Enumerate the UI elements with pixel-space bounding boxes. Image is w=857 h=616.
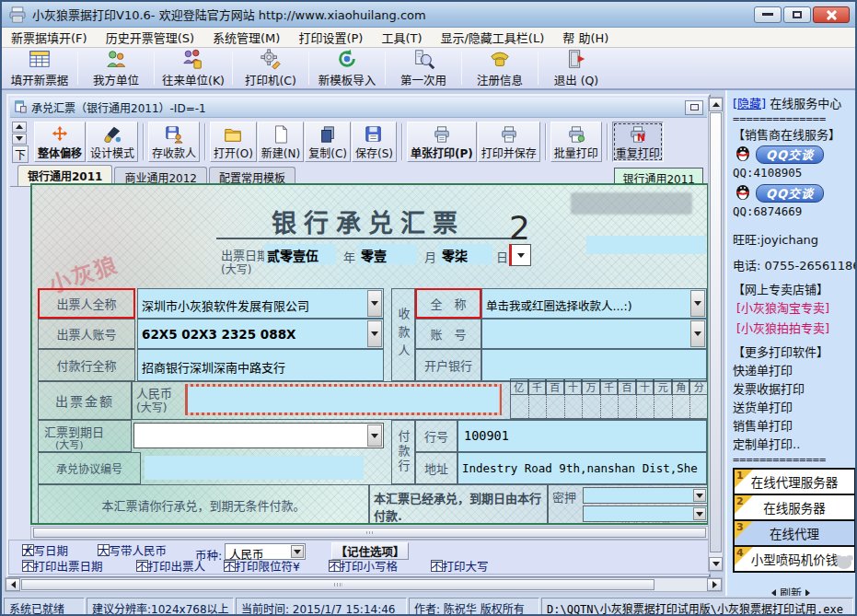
- toolbar-new-ticket-button[interactable]: 填开新票据: [4, 48, 75, 88]
- save-payee-button[interactable]: 存收款人: [148, 122, 200, 162]
- sales-print-link[interactable]: 销售单打印: [733, 416, 793, 434]
- payee-name-combo[interactable]: 单击我或红圈选择收款人...:): [481, 288, 707, 319]
- payee-account-combo[interactable]: [481, 319, 707, 349]
- menu-system[interactable]: 系统管理(M): [213, 29, 280, 46]
- toolbar-partners-button[interactable]: 往来单位(K): [156, 48, 230, 88]
- express-print-link[interactable]: 快递单打印: [733, 361, 793, 378]
- digit-cell[interactable]: [565, 395, 584, 418]
- restore-button[interactable]: [783, 6, 811, 23]
- custom-print-link[interactable]: 定制单打印..: [733, 435, 800, 452]
- digit-cell[interactable]: [673, 395, 691, 418]
- delivery-print-link[interactable]: 送货单打印: [733, 398, 793, 415]
- date-month-field[interactable]: 零壹: [358, 244, 417, 264]
- dropdown-button[interactable]: [367, 320, 382, 347]
- offset-button[interactable]: 整体偏移: [34, 122, 86, 162]
- drawer-name-combo[interactable]: 深圳市小灰狼软件发展有限公司: [137, 288, 384, 319]
- checkbox-no-print-small-grid[interactable]: 不打印小写格: [329, 560, 341, 572]
- minimize-button[interactable]: [754, 6, 782, 23]
- digit-cell[interactable]: [654, 395, 673, 418]
- qq-chat-button[interactable]: QQ交谈: [756, 184, 824, 203]
- dropdown-button[interactable]: [291, 545, 304, 558]
- amount-input[interactable]: [188, 387, 499, 413]
- invoice-print-link[interactable]: 发票收据打印: [733, 379, 805, 397]
- toolbar-first-use-button[interactable]: 第一次用: [388, 48, 459, 88]
- scrollbar-thumb[interactable]: [21, 579, 654, 590]
- toolbar-our-company-button[interactable]: 我方单位: [80, 48, 152, 88]
- dropdown-button[interactable]: [693, 507, 706, 520]
- checkbox-no-print-drawer[interactable]: 不打印出票人: [136, 560, 148, 572]
- checkbox-no-print-date[interactable]: 不打印出票日期: [22, 560, 34, 572]
- mdi-horizontal-scrollbar[interactable]: [5, 577, 723, 592]
- digit-cell[interactable]: [511, 395, 529, 418]
- scroll-right-button[interactable]: [707, 578, 722, 591]
- design-mode-button[interactable]: 设计模式: [87, 122, 138, 162]
- checkbox-uppercase-rmb[interactable]: 大写带人民币: [98, 544, 110, 556]
- payer-bank-name-field[interactable]: 招商银行深圳深南中路支行: [137, 349, 384, 381]
- address-field[interactable]: Indestry Road 9th,nanshan Dist,She: [457, 452, 707, 484]
- refresh-control[interactable]: 刷新: [771, 585, 810, 596]
- menu-new-ticket[interactable]: 新票据填开(F): [11, 29, 87, 46]
- save-button[interactable]: 保存(S): [352, 122, 397, 162]
- dropdown-button[interactable]: [367, 424, 382, 447]
- day-dropdown[interactable]: [509, 244, 531, 266]
- ranked-item-3[interactable]: 3 在线代理: [733, 519, 856, 547]
- menu-tools[interactable]: 工具(T): [381, 29, 422, 46]
- open-button[interactable]: 打开(O): [210, 122, 257, 162]
- digit-cell[interactable]: [547, 395, 565, 418]
- offset-down-button[interactable]: [12, 134, 27, 145]
- toolbar-exit-button[interactable]: 退出 (Q): [540, 48, 612, 88]
- digit-cell[interactable]: [529, 395, 548, 418]
- hide-link[interactable]: [隐藏]: [733, 97, 766, 110]
- payee-bank-field[interactable]: [481, 349, 707, 381]
- toolbar-register-button[interactable]: 注册信息: [464, 48, 536, 88]
- toolbar-template-import-button[interactable]: 新模板导入: [311, 48, 383, 88]
- date-day-field[interactable]: 零柒: [439, 244, 492, 264]
- ranked-item-2[interactable]: 2 在线服务器: [733, 494, 856, 521]
- qq-chat-button[interactable]: QQ交谈: [756, 145, 824, 164]
- down-button[interactable]: 下: [12, 145, 29, 163]
- new-button[interactable]: 新建(N): [258, 122, 304, 162]
- digit-cell[interactable]: [619, 395, 637, 418]
- checkbox-no-print-limit-symbol[interactable]: 不打印限位符¥: [224, 560, 236, 572]
- scrollbar-thumb[interactable]: [710, 112, 722, 552]
- dropdown-button[interactable]: [693, 489, 706, 502]
- due-date-combo[interactable]: [133, 423, 384, 448]
- date-year-field[interactable]: 贰零壹伍: [264, 244, 336, 264]
- digit-cell[interactable]: [583, 395, 601, 418]
- batch-print-button[interactable]: 批量打印: [550, 122, 602, 162]
- scroll-down-button[interactable]: [709, 557, 723, 571]
- dropdown-button[interactable]: [367, 290, 382, 317]
- top-right-field[interactable]: [586, 236, 706, 254]
- cipher-combo-1[interactable]: [583, 487, 708, 504]
- copy-button[interactable]: 复制(C): [305, 122, 351, 162]
- taobao-shop-link[interactable]: [小灰狼淘宝专卖]: [736, 298, 829, 316]
- digit-cell[interactable]: [601, 395, 620, 418]
- cipher-combo-2[interactable]: [583, 506, 708, 522]
- drawer-account-combo[interactable]: 62X5 02X3 2325 088X: [137, 319, 384, 349]
- toolbar-printer-button[interactable]: 打印机(C): [235, 48, 307, 88]
- dropdown-button[interactable]: [690, 320, 705, 347]
- dropdown-button[interactable]: [690, 290, 705, 317]
- offset-up-button[interactable]: [12, 122, 27, 133]
- menu-help[interactable]: 帮 助(H): [562, 29, 608, 46]
- scrollbar-thumb[interactable]: [33, 528, 706, 538]
- paipai-shop-link[interactable]: [小灰狼拍拍专卖]: [736, 319, 829, 336]
- scroll-up-button[interactable]: [709, 98, 723, 111]
- menu-history[interactable]: 历史开票管理(S): [106, 29, 194, 46]
- bank-no-field[interactable]: 100901: [457, 420, 707, 452]
- single-print-button[interactable]: 单张打印(P): [407, 122, 477, 162]
- print-save-button[interactable]: 打印并保存: [478, 122, 540, 162]
- checkbox-no-print-uppercase[interactable]: 不打印大写: [431, 560, 443, 572]
- agreement-field[interactable]: [145, 456, 364, 480]
- checkbox-uppercase-date[interactable]: 大写日期: [22, 544, 34, 556]
- ranked-item-4[interactable]: 4 小型喷码机价钱: [733, 545, 856, 573]
- menu-print-settings[interactable]: 打印设置(P): [298, 29, 363, 46]
- close-button[interactable]: [813, 6, 850, 23]
- scroll-left-button[interactable]: [6, 578, 20, 591]
- ranked-item-1[interactable]: 1 在线代理服务器: [733, 468, 856, 495]
- menu-toolbars[interactable]: 显示/隐藏工具栏(L): [440, 29, 544, 46]
- bill-horizontal-scrollbar[interactable]: [30, 526, 709, 540]
- digit-cell[interactable]: [637, 395, 655, 418]
- digit-cell[interactable]: [690, 395, 708, 418]
- doc-minimize-button[interactable]: [685, 100, 703, 115]
